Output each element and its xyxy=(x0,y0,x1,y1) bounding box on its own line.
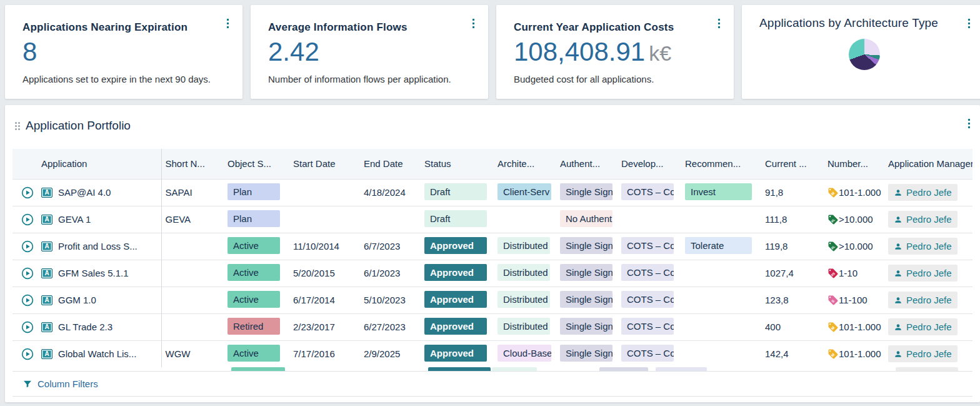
application-name[interactable]: SAP@AI 4.0 xyxy=(58,187,111,198)
panel-menu-icon[interactable] xyxy=(968,119,970,128)
status-badge: Approved xyxy=(424,237,487,254)
col-header-development[interactable]: Develop... xyxy=(618,149,681,179)
person-icon xyxy=(894,215,902,224)
person-icon xyxy=(894,188,902,197)
col-header-end-date[interactable]: End Date xyxy=(360,149,421,179)
short-name xyxy=(161,287,224,313)
person-icon xyxy=(894,242,902,251)
application-manager-chip[interactable]: Pedro Jefe xyxy=(888,292,958,308)
table-row[interactable]: AGGM 1.0 Active 6/17/2014 5/10/2023 Appr… xyxy=(12,287,972,313)
kpi-description: Budgeted cost for all applications. xyxy=(514,74,719,84)
object-state-badge: Plan xyxy=(228,183,280,200)
application-name[interactable]: GEVA 1 xyxy=(58,214,91,225)
size-tag-icon: M xyxy=(828,348,839,360)
application-name[interactable]: Global Watch Lis... xyxy=(58,348,136,359)
card-menu-icon[interactable] xyxy=(227,19,229,28)
authentication-badge: Single Sign xyxy=(560,237,612,254)
application-manager-chip[interactable]: Pedro Jefe xyxy=(888,345,958,362)
start-date: 5/20/2015 xyxy=(289,260,360,287)
size-tag-icon: XL xyxy=(828,214,839,225)
table-row[interactable]: ASAP@AI 4.0 SAPAI Plan 4/18/2024 Draft C… xyxy=(12,179,972,206)
application-portfolio-panel: Application Portfolio Application Short … xyxy=(5,105,980,402)
play-icon[interactable] xyxy=(21,240,34,253)
panel-header: Application Portfolio xyxy=(12,118,980,134)
application-icon: A xyxy=(41,215,52,225)
clipped-table-row xyxy=(12,367,972,372)
table-row[interactable]: AGlobal Watch Lis... WGW Active 7/17/201… xyxy=(12,340,972,367)
card-menu-icon[interactable] xyxy=(718,19,720,28)
authentication-badge: Single Sign xyxy=(560,183,612,200)
play-icon[interactable] xyxy=(21,348,34,360)
col-header-recommendation[interactable]: Recommen... xyxy=(681,149,761,179)
end-date: 5/10/2023 xyxy=(360,287,421,313)
application-manager-chip[interactable]: Pedro Jefe xyxy=(888,265,958,282)
size-tag-icon: XS xyxy=(828,268,839,279)
architecture-badge: Client-Serv xyxy=(498,183,551,200)
development-badge: COTS – Cor xyxy=(621,237,674,254)
col-header-start-date[interactable]: Start Date xyxy=(289,149,360,179)
card-menu-icon[interactable] xyxy=(968,19,970,28)
kpi-value: 108,408.91k€ xyxy=(514,39,719,65)
application-name[interactable]: GFM Sales 5.1.1 xyxy=(58,268,129,278)
play-icon[interactable] xyxy=(21,213,34,226)
play-icon[interactable] xyxy=(21,186,34,199)
dashboard: Applications Nearing Expiration 8 Applic… xyxy=(5,5,980,402)
users-range: >10.000 xyxy=(839,214,873,225)
col-header-architecture[interactable]: Archite... xyxy=(494,149,556,179)
current-value: 91,8 xyxy=(761,179,824,206)
object-state-badge: Active xyxy=(228,345,280,362)
application-manager-chip[interactable]: Pedro Jefe xyxy=(888,211,958,228)
development-badge: COTS – Cor xyxy=(621,183,674,200)
card-average-information-flows: Average Information Flows 2.42 Number of… xyxy=(251,5,488,99)
object-state-badge: Retired xyxy=(228,318,280,335)
kpi-value: 2.42 xyxy=(268,39,473,65)
table-row[interactable]: AProfit and Loss S... Active 11/10/2014 … xyxy=(12,233,972,260)
col-header-authentication[interactable]: Authent... xyxy=(556,149,618,179)
start-date xyxy=(289,206,360,233)
application-name[interactable]: GGM 1.0 xyxy=(58,295,96,305)
card-menu-icon[interactable] xyxy=(472,19,474,28)
play-icon[interactable] xyxy=(21,267,34,280)
col-header-short-name[interactable]: Short N... xyxy=(161,149,224,179)
col-header-application-manager[interactable]: Application Manager xyxy=(884,149,972,179)
end-date: 6/27/2023 xyxy=(360,313,421,340)
table-row[interactable]: AGEVA 1 GEVA Plan Draft No Authent 111,8… xyxy=(12,206,972,233)
application-name[interactable]: Profit and Loss S... xyxy=(58,241,138,251)
start-date xyxy=(289,179,360,206)
short-name: SAPAI xyxy=(161,179,224,206)
col-header-status[interactable]: Status xyxy=(421,149,494,179)
person-icon xyxy=(894,269,902,278)
users-range: 11-100 xyxy=(839,295,868,305)
play-icon[interactable] xyxy=(21,294,34,307)
authentication-badge: Single Sign xyxy=(560,264,612,281)
table-row[interactable]: AGL Trade 2.3 Retired 2/23/2017 6/27/202… xyxy=(12,313,972,340)
play-icon[interactable] xyxy=(21,321,34,333)
kpi-description: Number of information flows per applicat… xyxy=(268,74,473,84)
object-state-badge: Active xyxy=(228,237,280,254)
recommendation-badge: Invest xyxy=(685,183,752,200)
application-manager-chip[interactable]: Pedro Jefe xyxy=(888,238,958,255)
col-header-application[interactable]: Application xyxy=(38,149,161,179)
status-badge: Approved xyxy=(424,345,487,362)
col-header-current[interactable]: Current ... xyxy=(761,149,824,179)
users-range: 1-10 xyxy=(839,268,858,278)
application-manager-chip[interactable]: Pedro Jefe xyxy=(888,184,958,201)
table-row[interactable]: AGFM Sales 5.1.1 Active 5/20/2015 6/1/20… xyxy=(12,260,972,287)
architecture-badge: Distributed xyxy=(498,318,550,335)
drag-handle-icon[interactable] xyxy=(15,122,20,130)
card-title: Current Year Application Costs xyxy=(514,21,719,34)
col-header-object-state[interactable]: Object S... xyxy=(224,149,289,179)
end-date: 2/9/2025 xyxy=(360,340,421,367)
architecture-badge: Distributed xyxy=(498,291,550,308)
users-range: 101-1.000 xyxy=(839,322,881,332)
kpi-cards-row: Applications Nearing Expiration 8 Applic… xyxy=(5,5,980,99)
col-header-number[interactable]: Number... xyxy=(824,149,884,179)
start-date: 6/17/2014 xyxy=(289,287,360,313)
column-filters-bar[interactable]: Column Filters xyxy=(12,372,972,397)
application-name[interactable]: GL Trade 2.3 xyxy=(58,322,112,332)
kpi-value: 8 xyxy=(22,39,228,65)
recommendation-badge: Tolerate xyxy=(685,237,752,254)
column-filters-label[interactable]: Column Filters xyxy=(38,378,98,389)
application-manager-chip[interactable]: Pedro Jefe xyxy=(888,318,958,335)
current-value: 1027,4 xyxy=(761,260,824,287)
